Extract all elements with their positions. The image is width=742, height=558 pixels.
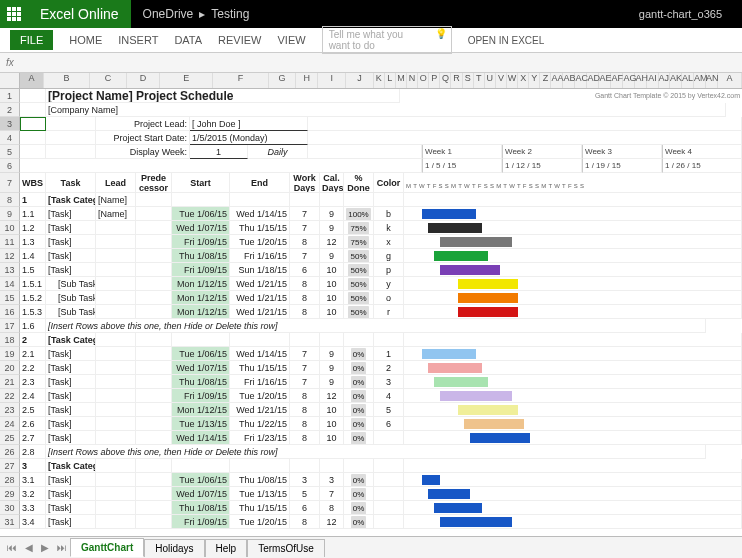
tab-view[interactable]: VIEW	[278, 34, 306, 46]
cell-cal-days[interactable]: 7	[320, 487, 344, 501]
cell[interactable]	[46, 131, 96, 145]
column-header[interactable]: C	[90, 73, 127, 88]
cell-lead[interactable]	[96, 249, 136, 263]
row-header[interactable]: 16	[0, 305, 20, 319]
row-header[interactable]: 12	[0, 249, 20, 263]
cell-end[interactable]: Tue 1/20/15	[230, 515, 290, 529]
row-header[interactable]: 20	[0, 361, 20, 375]
tab-home[interactable]: HOME	[69, 34, 102, 46]
cell-cal-days[interactable]: 10	[320, 431, 344, 445]
cell-pct-done[interactable]: 0%	[344, 501, 374, 515]
cell-task-note[interactable]: [Insert Rows above this one, then Hide o…	[46, 319, 706, 333]
cell-color[interactable]: 3	[374, 375, 404, 389]
cell-task[interactable]: [Task]	[46, 487, 96, 501]
cell-cal-days[interactable]: 12	[320, 235, 344, 249]
cell-pct-done[interactable]: 0%	[344, 361, 374, 375]
cell-end[interactable]: Wed 1/14/15	[230, 207, 290, 221]
column-header[interactable]: W	[507, 73, 518, 88]
cell-wbs[interactable]: 2.2	[20, 361, 46, 375]
tab-data[interactable]: DATA	[174, 34, 202, 46]
cell-cal-days[interactable]: 10	[320, 277, 344, 291]
cell-pred[interactable]	[136, 221, 172, 235]
display-mode[interactable]: Daily	[248, 145, 308, 159]
cell-lead[interactable]	[96, 403, 136, 417]
row-header[interactable]: 22	[0, 389, 20, 403]
row-header[interactable]: 2	[0, 103, 20, 117]
tab-file[interactable]: FILE	[10, 30, 53, 50]
cell-wbs[interactable]: 2.7	[20, 431, 46, 445]
cell-pred[interactable]	[136, 403, 172, 417]
select-all-corner[interactable]	[0, 73, 20, 88]
cell-pct-done[interactable]: 50%	[344, 305, 374, 319]
cell-end[interactable]: Tue 1/13/15	[230, 487, 290, 501]
project-lead-value[interactable]: [ John Doe ]	[190, 117, 308, 131]
column-header[interactable]: AM	[694, 73, 706, 88]
cell-pred[interactable]	[136, 263, 172, 277]
cell-color[interactable]	[374, 193, 404, 207]
row-header[interactable]: 21	[0, 375, 20, 389]
cell-pred[interactable]	[136, 501, 172, 515]
row-header[interactable]: 11	[0, 235, 20, 249]
cell-lead[interactable]	[96, 347, 136, 361]
cell-end[interactable]: Wed 1/21/15	[230, 403, 290, 417]
cell-wbs[interactable]: 1	[20, 193, 46, 207]
cell[interactable]	[20, 145, 46, 159]
cell-wbs[interactable]: 1.5	[20, 263, 46, 277]
row-header[interactable]: 10	[0, 221, 20, 235]
cell-task[interactable]: [Sub Task]	[46, 277, 96, 291]
column-header[interactable]: AK	[670, 73, 682, 88]
header-start[interactable]: Start	[172, 173, 230, 193]
cell-end[interactable]	[230, 459, 290, 473]
cell-start[interactable]	[172, 193, 230, 207]
cell-wbs[interactable]: 3.2	[20, 487, 46, 501]
cell[interactable]	[308, 145, 422, 159]
cell-cal-days[interactable]: 12	[320, 515, 344, 529]
header-wbs[interactable]: WBS	[20, 173, 46, 193]
column-header[interactable]: F	[213, 73, 268, 88]
sheet-nav-first-icon[interactable]: ⏮	[4, 542, 20, 553]
cell-start[interactable]: Fri 1/09/15	[172, 235, 230, 249]
cell-end[interactable]: Thu 1/08/15	[230, 473, 290, 487]
column-header[interactable]: Y	[529, 73, 540, 88]
column-header[interactable]: L	[385, 73, 396, 88]
cell-work-days[interactable]: 7	[290, 221, 320, 235]
cell-end[interactable]: Wed 1/14/15	[230, 347, 290, 361]
cell-task-note[interactable]: [Insert Rows above this one, then Hide o…	[46, 445, 706, 459]
cell-task[interactable]: [Task]	[46, 431, 96, 445]
cell[interactable]	[308, 131, 742, 145]
breadcrumb-onedrive[interactable]: OneDrive	[143, 7, 194, 21]
row-header[interactable]: 7	[0, 173, 20, 193]
cell-work-days[interactable]	[290, 333, 320, 347]
cell-color[interactable]: p	[374, 263, 404, 277]
cell-work-days[interactable]: 8	[290, 277, 320, 291]
column-header[interactable]: E	[160, 73, 213, 88]
cell-pct-done[interactable]: 0%	[344, 347, 374, 361]
cell-end[interactable]: Thu 1/15/15	[230, 501, 290, 515]
column-header[interactable]: P	[429, 73, 440, 88]
cell-pred[interactable]	[136, 487, 172, 501]
row-header[interactable]: 9	[0, 207, 20, 221]
cell-lead[interactable]	[96, 361, 136, 375]
cell-pct-done[interactable]: 50%	[344, 249, 374, 263]
cell-pred[interactable]	[136, 235, 172, 249]
cell-task[interactable]: [Task]	[46, 207, 96, 221]
cell[interactable]	[20, 89, 46, 103]
cell-lead[interactable]	[96, 459, 136, 473]
row-header[interactable]: 26	[0, 445, 20, 459]
cell-wbs[interactable]: 1.1	[20, 207, 46, 221]
cell-color[interactable]: 2	[374, 361, 404, 375]
cell-end[interactable]: Wed 1/21/15	[230, 277, 290, 291]
project-title[interactable]: [Project Name] Project Schedule	[46, 89, 400, 103]
cell-task[interactable]: [Task Category]	[46, 333, 96, 347]
cell-work-days[interactable]: 7	[290, 347, 320, 361]
cell-pct-done[interactable]: 75%	[344, 221, 374, 235]
cell-work-days[interactable]	[290, 193, 320, 207]
cell-color[interactable]	[374, 501, 404, 515]
cell-cal-days[interactable]: 10	[320, 263, 344, 277]
cell-pct-done[interactable]: 0%	[344, 515, 374, 529]
cell-pred[interactable]	[136, 347, 172, 361]
display-week-label[interactable]: Display Week:	[96, 145, 190, 159]
row-header[interactable]: 19	[0, 347, 20, 361]
cell-work-days[interactable]: 8	[290, 515, 320, 529]
column-header[interactable]: AG	[623, 73, 635, 88]
